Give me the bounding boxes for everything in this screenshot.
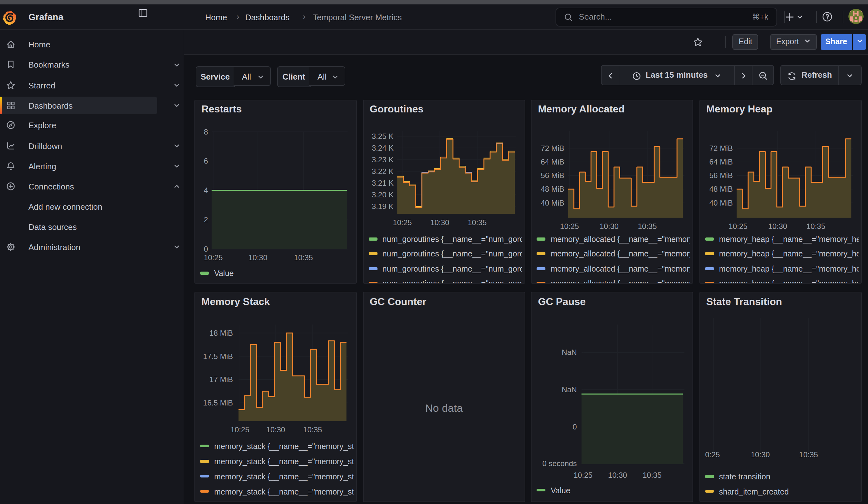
svg-text:40 MiB: 40 MiB (709, 198, 733, 207)
svg-text:18 MiB: 18 MiB (209, 329, 233, 337)
svg-text:8: 8 (204, 127, 208, 136)
svg-text:72 MiB: 72 MiB (709, 144, 733, 152)
svg-text:10:30: 10:30 (768, 222, 787, 230)
svg-text:10:30: 10:30 (608, 471, 627, 480)
svg-text:17 MiB: 17 MiB (209, 375, 233, 384)
svg-text:10:35: 10:35 (467, 218, 486, 226)
svg-text:3.24 K: 3.24 K (372, 143, 393, 152)
svg-text:10:35: 10:35 (294, 253, 313, 261)
svg-text:10:35: 10:35 (303, 425, 322, 434)
svg-text:48 MiB: 48 MiB (541, 184, 565, 193)
svg-text:56 MiB: 56 MiB (709, 171, 733, 179)
svg-text:10:35: 10:35 (799, 450, 818, 459)
svg-text:17.5 MiB: 17.5 MiB (203, 352, 233, 361)
svg-text:10:35: 10:35 (806, 222, 825, 230)
svg-text:NaN: NaN (562, 385, 577, 394)
svg-text:6: 6 (204, 156, 208, 165)
svg-text:10:25: 10:25 (574, 471, 593, 480)
svg-text:10:30: 10:30 (430, 218, 449, 226)
svg-text:3.23 K: 3.23 K (372, 155, 393, 164)
svg-text:64 MiB: 64 MiB (541, 157, 565, 166)
svg-text:72 MiB: 72 MiB (541, 144, 565, 152)
svg-text:10:25: 10:25 (393, 218, 412, 226)
svg-text:0 seconds: 0 seconds (542, 459, 577, 468)
svg-text:16.5 MiB: 16.5 MiB (203, 399, 233, 407)
svg-text:NaN: NaN (562, 348, 577, 357)
svg-text:10:30: 10:30 (751, 450, 770, 459)
svg-text:40 MiB: 40 MiB (541, 198, 565, 207)
svg-text:3.21 K: 3.21 K (372, 178, 393, 187)
svg-text:10:25: 10:25 (231, 425, 250, 434)
svg-text:10:35: 10:35 (643, 471, 662, 480)
svg-text:56 MiB: 56 MiB (541, 171, 565, 179)
svg-text:0: 0 (204, 245, 208, 253)
svg-text:2: 2 (204, 215, 208, 224)
svg-text:10:30: 10:30 (266, 425, 285, 434)
svg-text:64 MiB: 64 MiB (709, 157, 733, 166)
svg-text:0:25: 0:25 (705, 450, 720, 459)
svg-text:10:35: 10:35 (638, 222, 657, 230)
svg-text:3.25 K: 3.25 K (372, 132, 393, 140)
svg-text:10:30: 10:30 (600, 222, 619, 230)
svg-text:48 MiB: 48 MiB (709, 184, 733, 193)
svg-text:3.20 K: 3.20 K (372, 190, 393, 199)
svg-text:10:25: 10:25 (728, 222, 747, 230)
svg-text:10:30: 10:30 (248, 253, 267, 261)
svg-text:3.22 K: 3.22 K (372, 167, 393, 175)
svg-text:4: 4 (204, 186, 208, 194)
svg-text:10:25: 10:25 (560, 222, 579, 230)
svg-text:0: 0 (573, 422, 577, 431)
svg-text:3.19 K: 3.19 K (372, 202, 393, 210)
svg-text:10:25: 10:25 (204, 253, 223, 261)
